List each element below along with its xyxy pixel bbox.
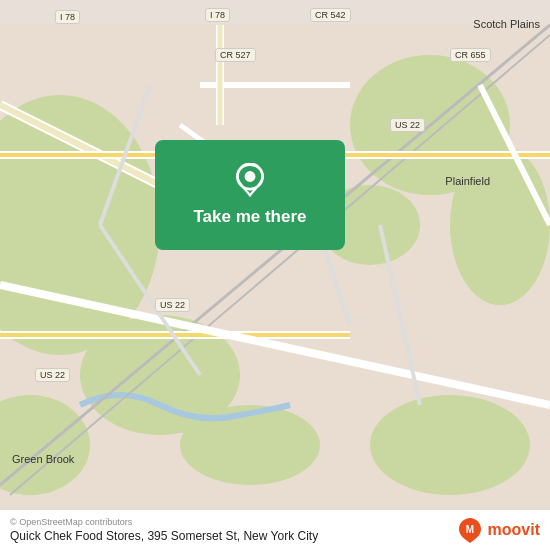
bottom-bar-info: © OpenStreetMap contributors Quick Chek … xyxy=(10,517,318,543)
green-brook-label: Green Brook xyxy=(12,453,74,465)
attribution-text: © OpenStreetMap contributors xyxy=(10,517,318,527)
road-label-cr655: CR 655 xyxy=(450,48,491,62)
road-label-us22-3: US 22 xyxy=(35,368,70,382)
plainfield-label: Plainfield xyxy=(445,175,490,187)
road-label-i78-2: I 78 xyxy=(205,8,230,22)
road-label-us22-top: US 22 xyxy=(390,118,425,132)
take-me-there-button[interactable]: Take me there xyxy=(155,140,345,250)
road-label-cr542: CR 542 xyxy=(310,8,351,22)
moovit-icon: M xyxy=(456,516,484,544)
moovit-logo: M moovit xyxy=(456,516,540,544)
moovit-logo-text: moovit xyxy=(488,521,540,539)
bottom-bar: © OpenStreetMap contributors Quick Chek … xyxy=(0,509,550,550)
map-background xyxy=(0,0,550,550)
svg-point-6 xyxy=(450,145,550,305)
location-pin-icon xyxy=(232,163,268,199)
road-label-us22-2: US 22 xyxy=(155,298,190,312)
location-name-text: Quick Chek Food Stores, 395 Somerset St,… xyxy=(10,529,318,543)
svg-point-8 xyxy=(370,395,530,495)
map-container: I 78 I 78 CR 527 CR 542 US 22 CR 655 CR … xyxy=(0,0,550,550)
svg-point-11 xyxy=(246,172,255,181)
road-label-cr527: CR 527 xyxy=(215,48,256,62)
scotch-plains-label: Scotch Plains xyxy=(473,18,540,30)
take-me-there-label: Take me there xyxy=(193,207,306,227)
svg-text:M: M xyxy=(465,524,473,535)
road-label-i78: I 78 xyxy=(55,10,80,24)
